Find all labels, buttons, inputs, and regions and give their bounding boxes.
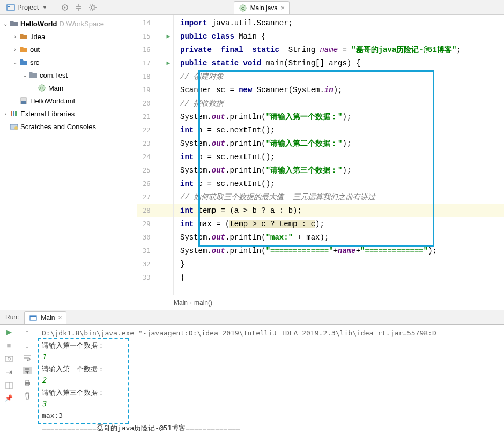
svg-rect-11 xyxy=(11,111,12,116)
java-class-icon: C xyxy=(38,84,46,92)
chevron-right-icon[interactable]: › xyxy=(11,47,19,53)
svg-text:C: C xyxy=(40,86,43,91)
svg-rect-0 xyxy=(7,5,14,10)
breadcrumb: Main › main() xyxy=(0,295,504,310)
breadcrumb-item[interactable]: main() xyxy=(194,299,212,307)
code-area[interactable]: import java.util.Scanner; public class M… xyxy=(174,15,504,295)
target-icon[interactable] xyxy=(61,3,69,12)
tab-label: Main.java xyxy=(250,4,278,12)
chevron-down-icon[interactable]: ⌄ xyxy=(1,21,10,27)
run-toolwindow-header: Run: Main × xyxy=(0,310,504,325)
console-line: max:3 xyxy=(42,412,499,423)
svg-rect-17 xyxy=(30,316,36,317)
console-input-line: 2 xyxy=(42,376,499,388)
tree-root[interactable]: ⌄ HelloWorld D:\WorkSpace xyxy=(0,17,137,30)
package-icon xyxy=(29,71,38,79)
editor-gutter: 14 15▶ 16 17▶ 18 19 20 21 22 23 24 25 26… xyxy=(137,15,174,295)
code-editor[interactable]: 14 15▶ 16 17▶ 18 19 20 21 22 23 24 25 26… xyxy=(137,15,504,295)
tree-label: com.Test xyxy=(40,71,68,79)
print-icon[interactable] xyxy=(24,379,31,387)
project-selector[interactable]: Project ▼ xyxy=(4,2,49,13)
tree-label: HelloWorld.iml xyxy=(30,97,75,105)
down-icon[interactable]: ↓ xyxy=(25,341,29,349)
folder-icon xyxy=(19,32,28,41)
svg-point-4 xyxy=(91,6,94,9)
svg-rect-24 xyxy=(26,384,29,386)
tree-idea[interactable]: › .idea xyxy=(0,30,137,43)
run-tab-main[interactable]: Main × xyxy=(24,311,66,324)
chevron-right-icon[interactable]: › xyxy=(1,111,10,117)
scroll-icon[interactable] xyxy=(23,367,32,374)
wrap-icon[interactable] xyxy=(24,355,31,361)
tree-label: External Libraries xyxy=(20,110,75,118)
run-tool-column-left: ▶ ■ ⇥ 📌 xyxy=(0,325,18,448)
close-icon[interactable]: × xyxy=(58,314,62,322)
trash-icon[interactable] xyxy=(24,392,31,400)
run-gutter-icon[interactable]: ▶ xyxy=(166,33,170,40)
console-line: 请输入第三个数据： xyxy=(42,388,499,400)
tab-main-java[interactable]: C Main.java × xyxy=(234,1,290,14)
run-label: Run: xyxy=(0,313,24,321)
chevron-right-icon[interactable]: › xyxy=(11,34,19,40)
tree-path: D:\WorkSpace xyxy=(59,20,104,28)
tree-scratches[interactable]: Scratches and Consoles xyxy=(0,120,137,133)
console-line: 请输入第一个数据： xyxy=(42,341,499,353)
close-icon[interactable]: × xyxy=(281,4,285,12)
console-output[interactable]: D:\jdk1.8\bin\java.exe "-javaagent:D:\id… xyxy=(36,325,504,448)
chevron-down-icon[interactable]: ⌄ xyxy=(20,72,29,78)
tree-iml[interactable]: HelloWorld.iml xyxy=(0,94,137,107)
library-icon xyxy=(10,109,18,118)
console-input-line: 3 xyxy=(42,400,499,412)
application-icon xyxy=(29,313,38,322)
svg-rect-18 xyxy=(5,356,13,361)
tree-package[interactable]: ⌄ com.Test xyxy=(0,69,137,81)
run-gutter-icon[interactable]: ▶ xyxy=(166,59,170,66)
stop-icon[interactable]: ■ xyxy=(7,341,11,349)
up-icon[interactable]: ↑ xyxy=(25,328,29,336)
chevron-right-icon: › xyxy=(190,299,192,307)
svg-text:C: C xyxy=(241,6,244,11)
console-line: =============磊哥的java历险记-@51博客===========… xyxy=(42,423,499,435)
svg-point-19 xyxy=(8,357,10,360)
collapse-icon[interactable] xyxy=(75,3,83,12)
file-icon xyxy=(19,96,28,105)
console-line: 请输入第二个数据： xyxy=(42,364,499,376)
svg-point-3 xyxy=(64,6,66,8)
pin-icon[interactable]: 📌 xyxy=(5,394,13,402)
tree-external-libs[interactable]: › External Libraries xyxy=(0,107,137,120)
run-tool-column-right: ↑ ↓ xyxy=(18,325,36,448)
layout-icon[interactable] xyxy=(5,382,13,389)
folder-icon xyxy=(19,45,28,54)
gear-icon[interactable] xyxy=(88,3,97,12)
svg-point-15 xyxy=(14,126,18,130)
breadcrumb-item[interactable]: Main xyxy=(174,299,188,307)
tree-label: src xyxy=(30,58,39,66)
svg-rect-13 xyxy=(15,111,17,116)
svg-rect-1 xyxy=(8,6,10,7)
tree-label: .idea xyxy=(30,33,45,41)
run-console: ▶ ■ ⇥ 📌 ↑ ↓ D:\jdk1.8\bin\java.exe "-jav… xyxy=(0,325,504,448)
project-toolbar: Project ▼ — C Main.java × xyxy=(0,0,504,15)
scratches-icon xyxy=(10,122,18,131)
tree-label: Main xyxy=(48,84,63,92)
run-tab-label: Main xyxy=(41,314,55,322)
java-class-icon: C xyxy=(239,4,247,12)
exit-icon[interactable]: ⇥ xyxy=(6,368,12,376)
tree-out[interactable]: › out xyxy=(0,43,137,56)
tree-label: out xyxy=(30,46,40,54)
project-tree: ⌄ HelloWorld D:\WorkSpace › .idea › out … xyxy=(0,15,137,295)
chevron-down-icon: ▼ xyxy=(42,4,47,10)
project-icon xyxy=(6,3,15,12)
folder-icon xyxy=(10,19,18,28)
project-label: Project xyxy=(17,3,39,11)
svg-rect-23 xyxy=(26,380,29,382)
rerun-icon[interactable]: ▶ xyxy=(6,328,12,336)
minimize-icon[interactable]: — xyxy=(102,3,109,11)
tree-label: Scratches and Consoles xyxy=(20,123,96,131)
chevron-down-icon[interactable]: ⌄ xyxy=(11,59,19,65)
tree-label: HelloWorld xyxy=(20,20,57,28)
editor-tabs: C Main.java × xyxy=(234,0,290,14)
tree-main-class[interactable]: C Main xyxy=(0,81,137,94)
camera-icon[interactable] xyxy=(5,355,13,362)
tree-src[interactable]: ⌄ src xyxy=(0,56,137,69)
